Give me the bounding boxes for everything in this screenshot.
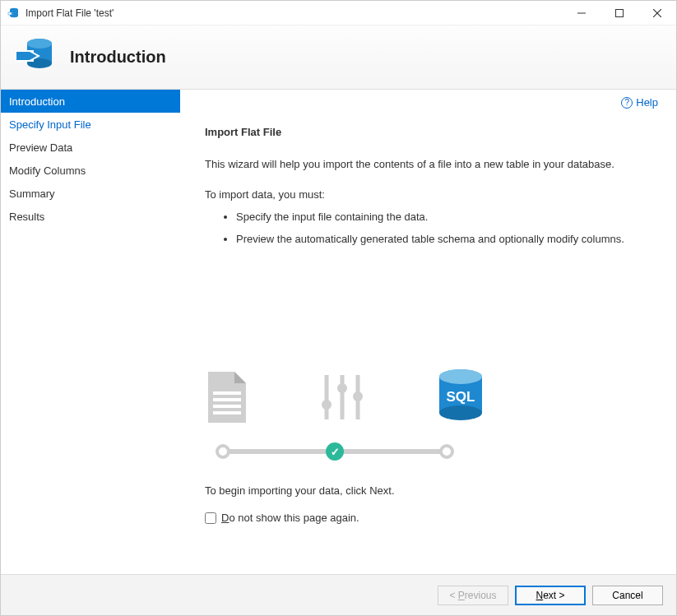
bullet-item: Preview the automatically generated tabl… bbox=[236, 233, 656, 245]
checkbox-label: Do not show this page again. bbox=[221, 512, 359, 524]
sidebar-item-specify-input-file[interactable]: Specify Input File bbox=[1, 113, 180, 136]
svg-point-22 bbox=[337, 383, 347, 393]
sidebar: Introduction Specify Input File Preview … bbox=[1, 90, 180, 574]
svg-rect-15 bbox=[213, 398, 241, 401]
svg-point-26 bbox=[439, 405, 482, 420]
sliders-icon bbox=[315, 370, 369, 427]
page-title: Introduction bbox=[70, 48, 166, 67]
sidebar-item-modify-columns[interactable]: Modify Columns bbox=[1, 159, 180, 182]
description: This wizard will help you import the con… bbox=[205, 158, 656, 170]
close-button[interactable] bbox=[638, 1, 676, 25]
must-intro: To import data, you must: bbox=[205, 188, 656, 201]
sidebar-item-label: Preview Data bbox=[9, 141, 72, 154]
progress-node-start bbox=[216, 444, 230, 459]
sidebar-item-label: Introduction bbox=[9, 95, 65, 108]
diagram-icons: SQL bbox=[205, 368, 486, 427]
svg-rect-13 bbox=[16, 52, 30, 60]
help-icon: ? bbox=[621, 97, 633, 109]
svg-point-23 bbox=[353, 391, 363, 401]
title-bar: Import Flat File 'test' bbox=[1, 1, 676, 25]
sidebar-item-introduction[interactable]: Introduction bbox=[1, 90, 180, 113]
progress-node-current: ✓ bbox=[326, 442, 344, 461]
window-controls bbox=[563, 1, 676, 25]
progress-node-end bbox=[439, 444, 454, 459]
process-diagram: SQL ✓ To begin importing your data, clic… bbox=[205, 368, 656, 524]
svg-point-21 bbox=[322, 400, 332, 410]
app-icon bbox=[7, 7, 21, 20]
sidebar-item-label: Results bbox=[9, 211, 44, 223]
main: Introduction Specify Input File Preview … bbox=[1, 90, 676, 574]
sidebar-item-label: Summary bbox=[9, 188, 55, 200]
previous-button: < Previous bbox=[438, 586, 508, 605]
bullet-item: Specify the input file containing the da… bbox=[236, 211, 656, 223]
content: ? Help Import Flat File This wizard will… bbox=[180, 90, 676, 574]
section-title: Import Flat File bbox=[205, 126, 656, 138]
do-not-show-input[interactable] bbox=[205, 512, 216, 524]
cancel-button[interactable]: Cancel bbox=[592, 586, 663, 605]
sidebar-item-summary[interactable]: Summary bbox=[1, 182, 180, 205]
svg-rect-5 bbox=[616, 9, 624, 16]
footer: < Previous Next > Cancel bbox=[1, 574, 676, 615]
svg-rect-14 bbox=[213, 391, 241, 395]
sidebar-item-results[interactable]: Results bbox=[1, 205, 180, 228]
maximize-button[interactable] bbox=[600, 1, 638, 25]
do-not-show-checkbox[interactable]: Do not show this page again. bbox=[205, 512, 359, 524]
progress-track: ✓ bbox=[220, 443, 450, 460]
help-link[interactable]: ? Help bbox=[621, 96, 658, 109]
sidebar-item-label: Specify Input File bbox=[9, 118, 91, 131]
header: Introduction bbox=[1, 25, 676, 90]
help-label: Help bbox=[636, 96, 658, 109]
sidebar-item-preview-data[interactable]: Preview Data bbox=[1, 136, 180, 159]
minimize-button[interactable] bbox=[563, 1, 600, 25]
svg-text:SQL: SQL bbox=[447, 389, 475, 405]
begin-text: To begin importing your data, click Next… bbox=[205, 484, 395, 497]
bullet-list: Specify the input file containing the da… bbox=[205, 211, 656, 245]
file-icon bbox=[205, 370, 249, 427]
sql-database-icon: SQL bbox=[435, 368, 486, 427]
window-title: Import Flat File 'test' bbox=[26, 7, 563, 19]
header-icon bbox=[12, 34, 57, 81]
svg-point-27 bbox=[439, 369, 482, 384]
svg-point-11 bbox=[27, 39, 52, 49]
sidebar-item-label: Modify Columns bbox=[9, 164, 86, 177]
next-button[interactable]: Next > bbox=[515, 586, 586, 605]
svg-rect-16 bbox=[213, 405, 241, 408]
svg-rect-17 bbox=[213, 411, 241, 415]
